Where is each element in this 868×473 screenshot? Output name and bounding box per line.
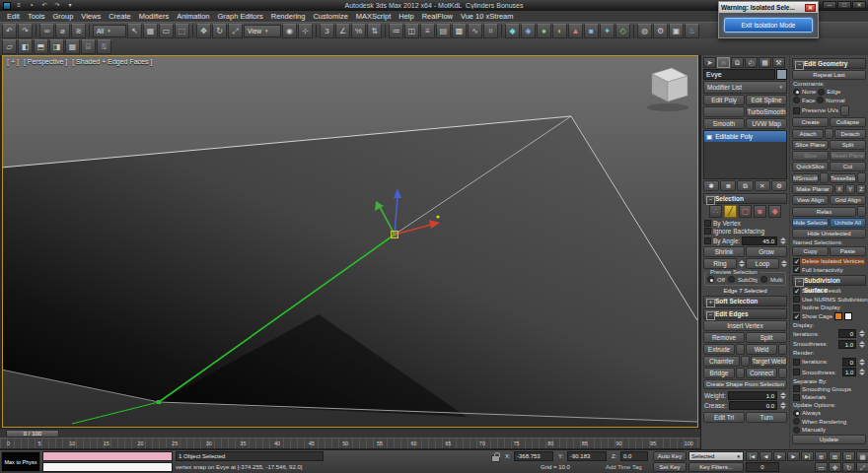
modeling-ribbon-icon[interactable]: ◨ xyxy=(49,39,64,54)
by-vertex-checkbox[interactable] xyxy=(704,220,711,227)
zoom-all-icon[interactable]: ⊞ xyxy=(829,451,841,461)
display-iterations-field[interactable]: 0 xyxy=(838,329,856,338)
menu-tools[interactable]: Tools xyxy=(24,11,49,22)
track-bar-ruler[interactable]: 0 5 10 15 20 25 30 35 40 45 50 55 60 65 … xyxy=(0,438,700,449)
align-icon[interactable]: ≡ xyxy=(420,24,435,38)
shrink-button[interactable]: Shrink xyxy=(703,246,745,257)
preview-off-radio[interactable] xyxy=(707,276,714,283)
max-to-physx-button[interactable]: Max to Physx xyxy=(1,451,40,472)
weld-button[interactable]: Weld xyxy=(746,344,777,355)
planar-z-button[interactable]: Z xyxy=(856,184,866,194)
maxscript-listener-field[interactable] xyxy=(42,462,173,472)
auto-key-button[interactable]: Auto Key xyxy=(653,451,687,461)
configure-modifier-sets-icon[interactable]: ⚙ xyxy=(771,180,787,191)
plugin-toolbar-icon[interactable]: ◈ xyxy=(521,24,536,38)
save-icon[interactable]: ▪ xyxy=(27,1,36,10)
weld-settings-button[interactable] xyxy=(778,344,787,355)
go-to-start-button[interactable]: |◀ xyxy=(746,451,759,461)
target-weld-button[interactable]: Target Weld xyxy=(751,356,787,367)
render-smoothness-checkbox[interactable] xyxy=(793,369,800,375)
modeling-ribbon-icon[interactable]: ▱ xyxy=(2,39,17,54)
render-smoothness-spinner[interactable] xyxy=(858,369,865,375)
paste-button[interactable]: Paste xyxy=(830,246,866,256)
render-iterations-checkbox[interactable] xyxy=(793,359,800,366)
plugin-toolbar-icon[interactable]: ✦ xyxy=(600,24,615,38)
crease-spinner[interactable] xyxy=(779,402,786,409)
play-button[interactable]: ▶ xyxy=(773,451,786,461)
menu-group[interactable]: Group xyxy=(48,11,77,22)
tab-motion-icon[interactable]: ◴ xyxy=(745,57,758,68)
menu-graph-editors[interactable]: Graph Editors xyxy=(214,11,267,22)
redo-icon[interactable]: ↷ xyxy=(18,24,33,38)
by-angle-spinner[interactable] xyxy=(779,237,786,244)
modifier-list-dropdown[interactable]: Modifier List ▼ xyxy=(703,81,787,94)
constraint-face-radio[interactable] xyxy=(793,97,800,103)
menu-views[interactable]: Views xyxy=(77,11,105,22)
schematic-view-icon[interactable]: ⌗ xyxy=(483,24,498,38)
stack-item-editable-poly[interactable]: ▣ Editable Poly xyxy=(704,131,786,142)
remove-modifier-icon[interactable]: ✕ xyxy=(755,180,770,191)
tessellate-button[interactable]: Tessellate xyxy=(830,173,856,183)
curve-editor-icon[interactable]: ∿ xyxy=(468,24,482,38)
update-always-radio[interactable] xyxy=(793,410,800,417)
constraint-edge-radio[interactable] xyxy=(818,89,825,96)
modifier-stack[interactable]: ▣ Editable Poly xyxy=(703,130,787,179)
viewport-general-menu[interactable]: [ + ] xyxy=(7,58,19,65)
modifier-preset-button[interactable]: Smooth xyxy=(703,118,745,129)
plugin-toolbar-icon[interactable]: ● xyxy=(537,24,551,38)
rectangular-selection-region-icon[interactable]: ▭ xyxy=(159,24,174,38)
update-button[interactable]: Update xyxy=(792,435,866,444)
rollout-edit-geometry[interactable]: Edit Geometry xyxy=(792,58,866,69)
render-production-icon[interactable]: ♨ xyxy=(685,24,699,38)
tab-modify-icon[interactable]: ∩ xyxy=(717,57,730,68)
split-button[interactable]: Split xyxy=(746,332,787,343)
select-and-scale-icon[interactable]: ⤢ xyxy=(228,24,243,38)
key-selection-dropdown[interactable]: Selected ▼ xyxy=(688,451,744,461)
select-and-link-icon[interactable]: ∞ xyxy=(39,24,54,38)
planar-y-button[interactable]: Y xyxy=(845,184,855,194)
current-frame-field[interactable]: 0 xyxy=(746,462,779,472)
angle-snap-icon[interactable]: ∠ xyxy=(335,24,350,38)
menu-animation[interactable]: Animation xyxy=(173,11,213,22)
unlink-selection-icon[interactable]: ⌀ xyxy=(55,24,70,38)
modifier-preset-button[interactable]: TurboSmooth xyxy=(746,106,787,117)
preserve-uvs-settings-button[interactable] xyxy=(840,105,849,116)
percent-snap-icon[interactable]: % xyxy=(351,24,366,38)
time-slider-handle[interactable]: 0 / 100 xyxy=(6,430,59,438)
msmooth-button[interactable]: MSmooth xyxy=(792,173,819,183)
select-and-rotate-icon[interactable]: ↻ xyxy=(212,24,227,38)
create-shape-from-selection-button[interactable]: Create Shape From Selection xyxy=(703,379,787,389)
hide-selected-button[interactable]: Hide Selected xyxy=(792,218,829,228)
plugin-toolbar-icon[interactable]: ▲ xyxy=(568,24,583,38)
subobject-border-icon[interactable]: ▢ xyxy=(739,205,752,218)
tab-display-icon[interactable]: ▦ xyxy=(759,57,771,68)
relax-settings-button[interactable] xyxy=(857,206,866,217)
display-smoothness-field[interactable]: 1.0 xyxy=(838,340,856,349)
perspective-viewport[interactable]: [ + ] [ Perspective ] [ Shaded + Edged F… xyxy=(2,55,698,428)
grid-align-button[interactable]: Grid Align xyxy=(830,195,866,205)
zoom-icon[interactable]: ⊕ xyxy=(815,451,828,461)
undo-quick-icon[interactable]: ↶ xyxy=(39,1,49,10)
bridge-button[interactable]: Bridge xyxy=(703,368,735,378)
turn-button[interactable]: Turn xyxy=(746,412,787,423)
go-to-end-button[interactable]: ▶| xyxy=(801,451,814,461)
select-and-move-icon[interactable]: ✥ xyxy=(196,24,211,38)
extrude-settings-button[interactable] xyxy=(736,344,745,355)
quick-toolbar-dropdown-icon[interactable]: ▾ xyxy=(65,1,75,10)
modifier-preset-button[interactable]: UVW Map xyxy=(746,118,787,129)
minimize-button[interactable]: ─ xyxy=(823,1,836,9)
loop-spinner[interactable] xyxy=(780,260,787,267)
y-coord-field[interactable]: -90.183 xyxy=(567,451,607,461)
viewport-shading-menu[interactable]: [ Shaded + Edged Faces ] xyxy=(72,58,152,65)
display-iterations-spinner[interactable] xyxy=(858,330,865,337)
menu-edit[interactable]: Edit xyxy=(3,11,24,22)
modifier-preset-button[interactable]: Edit Poly xyxy=(703,95,745,105)
insert-vertex-button[interactable]: Insert Vertex xyxy=(703,320,787,331)
menu-modifiers[interactable]: Modifiers xyxy=(135,11,173,22)
msmooth-settings-button[interactable] xyxy=(820,172,829,183)
collapse-button[interactable]: Collapse xyxy=(830,117,866,127)
attach-settings-button[interactable] xyxy=(825,128,833,139)
chamfer-settings-button[interactable] xyxy=(741,356,750,367)
tab-create-icon[interactable]: ➤ xyxy=(703,57,716,68)
macro-recorder-field[interactable] xyxy=(42,451,173,461)
